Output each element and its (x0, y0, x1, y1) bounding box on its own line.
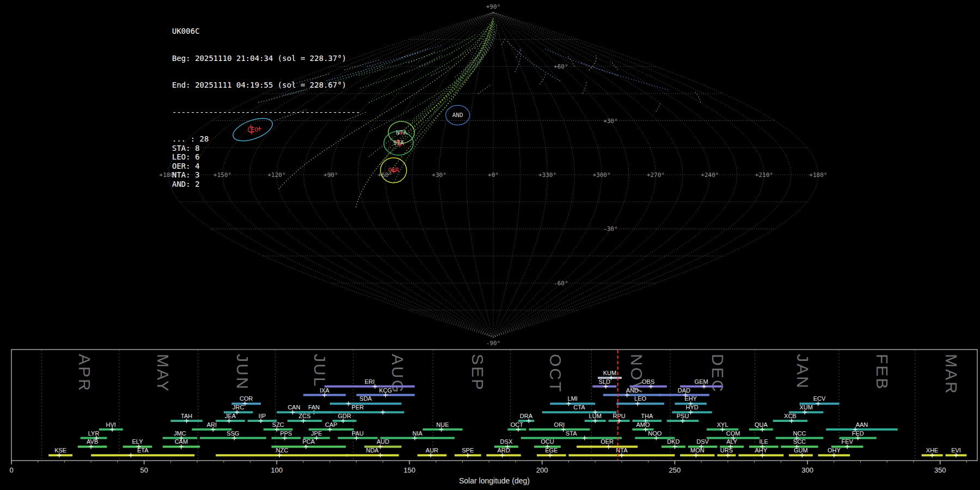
peak-marker (354, 436, 359, 440)
shower-code-label: IIP (259, 413, 266, 419)
shower-bar-PER: PER (311, 404, 405, 414)
shower-code-label: SCC (793, 438, 806, 445)
shower-bar-CAM: CAM (163, 438, 200, 449)
peak-marker (110, 427, 114, 432)
meteor-track (434, 23, 490, 112)
peak-marker (373, 384, 377, 389)
shower-bar-NTA: NTA (568, 447, 675, 457)
peak-marker (57, 453, 62, 457)
peak-marker (726, 453, 730, 457)
sporadic-track (610, 61, 617, 70)
shower-code-label: RPU (612, 413, 625, 419)
month-label-JUN: JUN (234, 354, 252, 390)
shower-code-label: GUM (794, 447, 808, 454)
count-line: LEO: 6 (172, 152, 360, 162)
shower-bar-AVB: AVB (78, 438, 107, 449)
shower-code-label: PCA (303, 438, 315, 445)
peak-marker (526, 419, 531, 423)
shower-code-label: JMC (174, 430, 186, 437)
shower-bar-NZC: NZC (216, 447, 348, 457)
shower-code-label: ERI (365, 378, 375, 385)
peak-marker (832, 453, 836, 457)
shower-code-label: NOO (648, 430, 662, 437)
peak-marker (314, 436, 318, 440)
peak-marker (378, 453, 382, 457)
x-axis-tick-label: 300 (801, 466, 813, 474)
shower-bar-AND: AND (603, 387, 661, 397)
shower-code-label: OER (601, 438, 614, 445)
peak-marker (211, 427, 215, 432)
month-label-SEP: SEP (469, 354, 487, 391)
x-axis-title: Solar longitude (deg) (459, 476, 530, 485)
shower-bar-PAU: PAU (338, 430, 377, 440)
peak-marker (816, 401, 820, 406)
peak-marker (635, 401, 640, 406)
shower-code-label: PSU (677, 413, 689, 419)
shower-code-label: EVI (951, 447, 961, 454)
shower-code-label: NUE (436, 421, 449, 428)
shower-code-label: ALY (726, 438, 738, 445)
shower-bar-IXA: IXA (303, 387, 346, 397)
shower-bar-LUM: LUM (585, 413, 606, 423)
obs-end-line: End: 20251111 04:19:55 (sol = 228.67°) (172, 81, 360, 90)
shower-code-label: COM (726, 430, 740, 437)
shower-bar-AUR: AUR (418, 447, 447, 457)
shower-code-label: KSE (54, 447, 66, 454)
peak-marker (566, 401, 571, 406)
shower-code-label: DAD (678, 387, 690, 394)
shower-bar-AHY: AHY (738, 447, 783, 457)
sporadic-track (656, 102, 661, 112)
shower-bars: KUMERISLDOBSGEMIXAKCGANDDADCORSDALMILEOE… (48, 370, 966, 457)
shower-code-label: CTA (573, 404, 585, 411)
shower-code-label: HYD (685, 404, 698, 411)
sporadic-track (516, 48, 520, 58)
lon-label: +300° (592, 171, 610, 179)
peak-marker (346, 401, 351, 406)
shower-code-label: MON (690, 447, 705, 454)
shower-code-label: FED (852, 430, 864, 437)
meteor-track (369, 21, 494, 157)
shower-bar-PPS: PPS (272, 430, 301, 440)
shower-bar-CTA: CTA (542, 404, 616, 414)
lon-label: +0° (488, 171, 499, 179)
peak-marker (720, 427, 725, 432)
peak-marker (644, 427, 648, 432)
meteor-track (411, 23, 491, 142)
shower-bar-XCB: XCB (773, 413, 807, 423)
shower-code-label: NCC (793, 430, 806, 437)
shower-bar-OCT: OCT (507, 421, 526, 432)
station-id: UK006C (172, 27, 360, 36)
shower-bar-LMI: LMI (550, 395, 595, 406)
peak-marker (341, 419, 345, 423)
x-axis-tick-label: 350 (934, 466, 946, 474)
lat-label: -30° (603, 225, 618, 232)
month-label-MAY: MAY (154, 354, 172, 393)
shower-bar-XHE: XHE (922, 447, 943, 457)
peak-marker (583, 436, 587, 440)
count-line: OER: 4 (172, 162, 360, 171)
sporadic-track (478, 84, 491, 94)
shower-code-label: XCB (784, 413, 797, 419)
peak-marker (500, 453, 505, 457)
peak-marker (232, 436, 236, 440)
shower-code-label: DSV (696, 438, 709, 445)
shower-bar-OER: OER (577, 438, 638, 449)
shower-bar-SLD: SLD (592, 378, 616, 389)
meteor-track (369, 27, 488, 102)
sporadic-track (431, 66, 450, 76)
peak-marker (381, 410, 385, 414)
pole-top-label: +90° (486, 3, 501, 10)
info-panel: UK006C Beg: 20251110 21:04:34 (sol = 228… (172, 9, 360, 206)
lon-label: +210° (755, 171, 773, 179)
peak-marker (179, 444, 183, 449)
shower-bar-TAH: TAH (170, 413, 202, 423)
lon-label: +330° (538, 171, 556, 179)
meteor-track (356, 23, 492, 207)
peak-marker (89, 444, 93, 449)
shower-code-label: ORI (554, 421, 565, 428)
peak-marker (593, 419, 597, 423)
meteor-track (581, 63, 668, 90)
peak-marker (439, 427, 444, 432)
count-line: AND: 2 (172, 180, 360, 189)
shower-code-label: AMO (636, 421, 650, 428)
